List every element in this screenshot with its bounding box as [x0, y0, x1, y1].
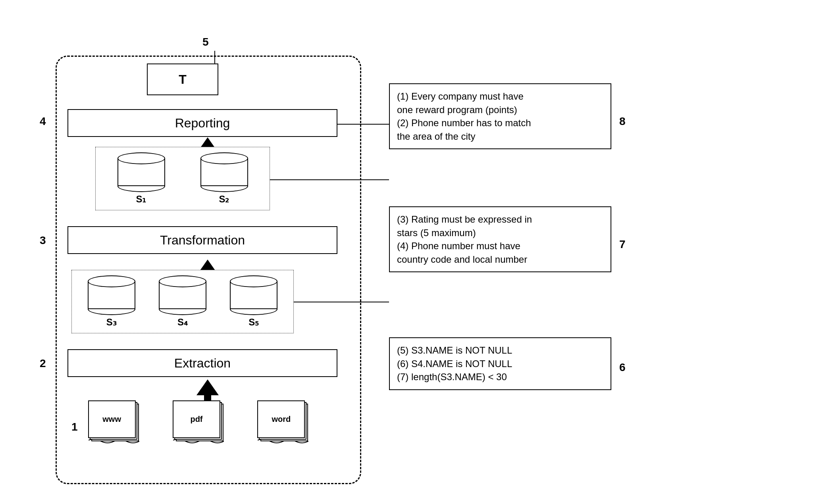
- box8-line2: one reward program (points): [397, 103, 603, 117]
- label-7: 7: [619, 238, 626, 251]
- s3-s4-s5-group: S₃ S₄ S₅: [71, 270, 294, 333]
- box6-line3: (7) length(S3.NAME) < 30: [397, 370, 603, 384]
- box8-line4: the area of the city: [397, 130, 603, 143]
- s5-top: [230, 275, 277, 287]
- s1-label: S₁: [136, 194, 146, 205]
- box7-line3: (4) Phone number must have: [397, 239, 603, 253]
- word-label: word: [272, 415, 291, 424]
- transformation-label: Transformation: [160, 233, 245, 248]
- pdf-label: pdf: [190, 415, 202, 424]
- h-line-reporting: [337, 124, 389, 125]
- word-page-1: word: [257, 400, 305, 438]
- label-6: 6: [619, 361, 626, 374]
- s1-top: [118, 152, 165, 164]
- info-box-7: (3) Rating must be expressed in stars (5…: [389, 206, 611, 272]
- extraction-bar: Extraction: [67, 349, 337, 377]
- s2-top: [200, 152, 248, 164]
- box7-line2: stars (5 maximum): [397, 226, 603, 240]
- label-4: 4: [40, 115, 46, 128]
- label-5: 5: [202, 36, 209, 48]
- s1-cylinder: S₁: [118, 152, 165, 205]
- label-8: 8: [619, 115, 626, 128]
- h-line-s3s4s5: [294, 302, 389, 302]
- diagram: 5 T 4 Reporting S₁ S₂ 3: [32, 24, 687, 484]
- label-3: 3: [40, 234, 46, 247]
- box6-line2: (6) S4.NAME is NOT NULL: [397, 357, 603, 371]
- pdf-doc: pdf: [173, 400, 224, 445]
- box7-line1: (3) Rating must be expressed in: [397, 213, 603, 226]
- box7-line4: country code and local number: [397, 253, 603, 266]
- s5-cylinder: S₅: [230, 275, 277, 328]
- word-doc: word: [257, 400, 309, 445]
- s4-cylinder: S₄: [159, 275, 206, 328]
- pdf-pages: pdf: [173, 400, 224, 440]
- h-line-s1s2: [270, 179, 389, 180]
- s3-cylinder: S₃: [88, 275, 135, 328]
- t-label: T: [179, 72, 187, 87]
- label-1: 1: [71, 421, 78, 433]
- s4-top: [159, 275, 206, 287]
- arrow-head-3: [196, 379, 219, 395]
- reporting-bar: Reporting: [67, 109, 337, 137]
- pdf-page-1: pdf: [173, 400, 220, 438]
- s5-label: S₅: [249, 317, 259, 328]
- www-label: www: [102, 415, 121, 424]
- s3-label: S₃: [106, 317, 117, 328]
- s2-cylinder: S₂: [200, 152, 248, 205]
- document-stacks: www pdf: [71, 397, 326, 448]
- t-box: T: [147, 63, 218, 95]
- info-box-8: (1) Every company must have one reward p…: [389, 83, 611, 149]
- box8-line1: (1) Every company must have: [397, 90, 603, 103]
- reporting-label: Reporting: [175, 116, 230, 131]
- s4-label: S₄: [177, 317, 188, 328]
- www-pages: www: [88, 400, 140, 440]
- box6-line1: (5) S3.NAME is NOT NULL: [397, 344, 603, 357]
- extraction-label: Extraction: [174, 356, 231, 371]
- label-2: 2: [40, 357, 46, 370]
- www-doc: www: [88, 400, 140, 445]
- s3-top: [88, 275, 135, 287]
- transformation-bar: Transformation: [67, 226, 337, 254]
- info-box-6: (5) S3.NAME is NOT NULL (6) S4.NAME is N…: [389, 337, 611, 390]
- s2-label: S₂: [219, 194, 229, 205]
- box8-line3: (2) Phone number has to match: [397, 116, 603, 130]
- word-pages: word: [257, 400, 309, 440]
- s1-s2-group: S₁ S₂: [95, 147, 270, 210]
- www-page-1: www: [88, 400, 136, 438]
